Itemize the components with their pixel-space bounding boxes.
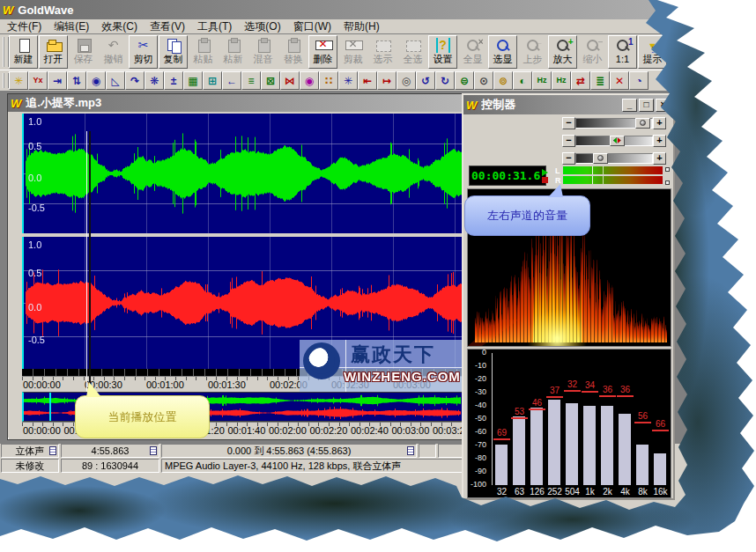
screenshot-stage: W GoldWave _ □ × 文件(F)编辑(E)效果(C)查看(V)工具(… [0,0,756,552]
balance-slider-thumb[interactable] [610,136,625,146]
effect-button[interactable]: ↻ [435,71,455,90]
effect-button[interactable]: ◎ [397,71,416,90]
controller-minimize-button[interactable]: _ [622,99,637,112]
settings-button[interactable]: 设置 [428,35,457,69]
effect-button[interactable]: Hz [532,71,552,90]
menu-item[interactable]: 窗口(W) [293,19,331,34]
menu-item[interactable]: 工具(T) [197,19,232,34]
menu-item[interactable]: 选项(O) [244,19,280,34]
playback-marker-line[interactable] [86,131,87,392]
volume-slider-thumb[interactable] [635,118,650,129]
effect-button[interactable]: ⇥ [48,71,67,90]
volume-plus-button[interactable]: + [653,117,666,129]
stop-icon[interactable] [542,177,548,183]
app-titlebar[interactable]: W GoldWave _ □ × [0,0,756,19]
effect-button[interactable]: ⋈ [280,71,300,90]
effect-button[interactable]: ⇅ [67,71,86,90]
ruler-label: 00:03:00 [392,425,430,436]
ruler-label: 00:01:00 [146,379,184,390]
show-selection-button: 选示 [368,35,397,69]
effect-button[interactable]: ⇄ [571,71,590,90]
controller-maximize-button[interactable]: □ [639,99,654,112]
peak-value-label: 37 [546,386,563,395]
menu-item[interactable]: 帮助(H) [344,19,380,34]
volume-slider[interactable]: − + [562,116,666,129]
speed-minus-button[interactable]: − [562,152,575,165]
effect-button[interactable]: ▦ [183,71,203,90]
menu-item[interactable]: 效果(C) [101,19,137,34]
copy-button[interactable]: 复制 [159,35,188,69]
effect-button[interactable]: ❋ [145,71,164,90]
status-menu-icon[interactable] [407,446,414,455]
speed-slider[interactable]: − + [562,151,666,165]
show-selection-zoom-button[interactable]: 选显 [488,35,517,69]
effect-button[interactable]: ⇤ [358,71,377,90]
balance-slider[interactable]: − + [562,134,666,147]
effect-button[interactable]: ⊚ [493,71,513,90]
close-button[interactable]: × [738,4,753,17]
menu-item[interactable]: 编辑(E) [54,19,89,34]
watermark: 赢政天下 WINZHENG.COM [300,340,465,392]
effect-button[interactable]: ◉ [86,71,106,90]
effect-button[interactable]: ← [222,71,241,90]
overview-position-marker[interactable] [49,393,51,421]
zoom-out-icon: − [584,38,602,53]
ruler-label: 00:02:20 [310,425,348,436]
controller-titlebar[interactable]: W 控制器 _ □ × [463,95,673,114]
effect-button[interactable]: ↦ [377,71,397,90]
effect-button[interactable]: Yx [28,71,48,90]
play-icon[interactable] [542,169,548,176]
controller-window[interactable]: W 控制器 _ □ × − + − + [462,93,675,500]
open-folder-icon [45,38,63,53]
peak-value-label: 53 [511,407,528,416]
playback-tooltip-text: 当前播放位置 [108,409,177,425]
new-button[interactable]: 新建 [9,35,38,69]
speed-slider-thumb[interactable] [593,153,608,164]
volume-minus-button[interactable]: − [562,117,575,129]
effect-button[interactable]: ⊞ [203,71,222,90]
status-menu-icon[interactable] [150,446,157,455]
reverse-icon: ⋈ [285,76,295,86]
effect-button[interactable]: ≡ [241,71,261,90]
status-menu-icon[interactable] [49,446,56,455]
left-waveform-canvas[interactable] [26,114,463,233]
timer-icon: ◔ [635,76,641,86]
effect-button[interactable]: ∷ [319,71,338,90]
effect-button[interactable]: ⊠ [261,71,280,90]
effect-button[interactable]: ✳ [338,71,358,90]
effect-button[interactable]: ◉ [300,71,319,90]
cut-icon [135,38,152,53]
speed-plus-button[interactable]: + [653,152,666,165]
zoom-in-button[interactable]: +放大 [548,35,577,69]
balance-plus-button[interactable]: + [653,135,666,147]
balance-minus-button[interactable]: − [562,135,575,147]
effect-button[interactable]: ↺ [416,71,435,90]
effect-button[interactable]: ◔ [629,71,649,90]
effects-toolbar: ✳Yx⇥⇅◉◺↷❋±▦⊞←≡⊠⋈◉∷✳⇤↦◎↺↻⊜⊙⊚◐HzHz⇄≣✕◔ [0,70,756,92]
effect-button[interactable]: ✳ [9,71,28,90]
cut-button[interactable]: 剪切 [129,35,158,69]
meter-left-label: L [555,167,561,175]
new-file-icon [15,38,33,53]
undo-button: 撤销 [99,35,128,69]
fade-in-icon: ↺ [421,76,430,86]
open-button[interactable]: 打开 [39,35,68,69]
effect-button[interactable]: ↷ [125,71,145,90]
one-to-one-button[interactable]: 11:1 [608,35,637,69]
stereo-icon: ⇤ [363,76,372,86]
maximize-button[interactable]: □ [722,4,737,17]
minimize-button[interactable]: _ [705,4,720,17]
effect-button[interactable]: ⊜ [455,71,474,90]
menu-item[interactable]: 查看(V) [150,19,185,34]
effect-button[interactable]: ≣ [590,71,610,90]
effect-button[interactable]: ◐ [513,71,532,90]
sound-window-titlebar[interactable]: W 追.小提琴.mp3 [8,94,464,112]
delete-button[interactable]: 删除 [308,35,337,69]
effect-button[interactable]: Hz [552,71,571,90]
menu-item[interactable]: 文件(F) [7,19,41,34]
goldwave-window: W GoldWave _ □ × 文件(F)编辑(E)效果(C)查看(V)工具(… [0,0,756,552]
effect-button[interactable]: ⊙ [474,71,493,90]
effect-button[interactable]: ◺ [106,71,125,90]
effect-button[interactable]: ± [164,71,183,90]
effect-button[interactable]: ✕ [610,71,629,90]
